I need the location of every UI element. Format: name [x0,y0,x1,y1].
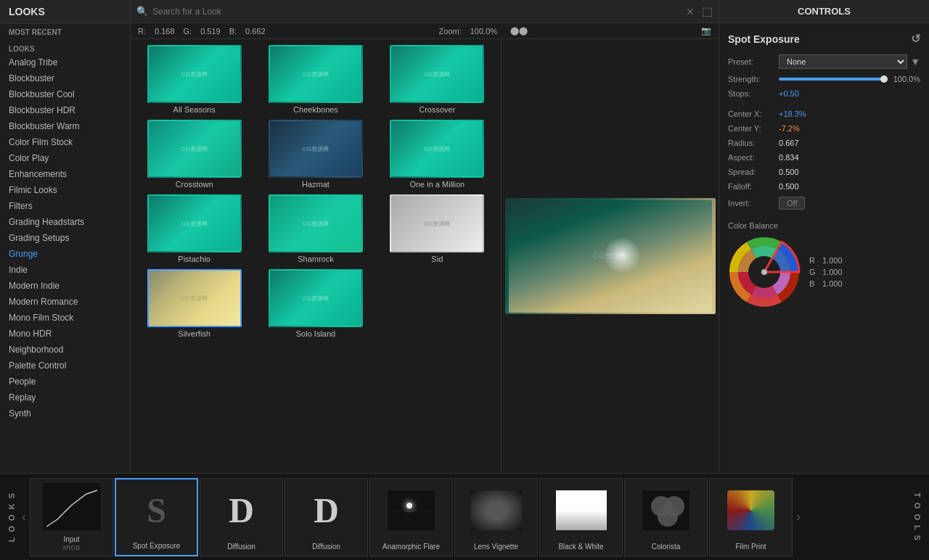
thumb-sid[interactable]: CG资源网 Sid [380,194,495,263]
thumb-crossover[interactable]: CG资源网 Crossover [380,45,495,114]
search-clear-icon[interactable]: ✕ [686,6,695,17]
ctrl-strength-label: Strength: [728,75,779,83]
center-panel: 🔍 ✕ ⬚ R: 0.168 G: 0.519 B: 0.662 Zoom: 1… [131,0,719,473]
search-bar: 🔍 ✕ ⬚ [131,0,719,23]
thumbnails-area: CG资源网 All Seasons CG资源网 Cheekbones CG资源网… [131,39,719,473]
bottom-item-label: Film Print [735,543,766,551]
sidebar-item-blockbuster-warm[interactable]: Blockbuster Warm [0,118,130,134]
ctrl-strength-value: 100.0% [893,75,920,83]
sidebar: LOOKS MOST RECENT LOOKS Analog Tribe Blo… [0,0,131,473]
g-label: G: [184,27,192,36]
thumb-label: Silverfish [178,329,210,338]
thumb-label: Shamrock [298,255,334,263]
bottom-item-diffusion1[interactable]: D Diffusion [200,478,283,556]
bottom-next-arrow[interactable]: › [793,509,803,524]
sidebar-item-people[interactable]: People [0,374,130,390]
search-export-icon[interactable]: ⬚ [702,4,713,18]
thumb-shamrock[interactable]: CG资源网 Shamrock [258,194,373,263]
sidebar-item-blockbuster-cool[interactable]: Blockbuster Cool [0,86,130,102]
sidebar-item-modern-indie[interactable]: Modern Indie [0,278,130,294]
bottom-item-lens-vignette[interactable]: Lens Vignette [454,478,538,556]
ctrl-preset-select[interactable]: None [779,54,907,69]
flare-line [390,511,433,511]
search-input[interactable] [152,7,682,17]
bottom-bar: L O O K S ‹ Input sRGB S Spot Exposure D… [0,473,929,560]
sidebar-item-grading-setups[interactable]: Grading Setups [0,230,130,246]
thumb-one-in-a-million[interactable]: CG资源网 One in a Million [380,120,495,189]
sidebar-item-modern-romance[interactable]: Modern Romance [0,294,130,310]
bottom-item-anamorphic-flare[interactable]: Anamorphic Flare [369,478,453,556]
sidebar-item-blockbuster[interactable]: Blockbuster [0,70,130,86]
thumb-silverfish[interactable]: CG资源网 Silverfish [136,269,252,338]
ctrl-strength-slider[interactable] [779,76,888,82]
colorista-svg [642,490,689,530]
reset-icon[interactable]: ↺ [911,32,920,46]
thumb-all-seasons[interactable]: CG资源网 All Seasons [136,45,252,114]
sidebar-section-recent: MOST RECENT [0,24,130,38]
bottom-item-input[interactable]: Input sRGB [30,478,113,556]
sidebar-item-neighborhood[interactable]: Neighborhood [0,342,130,358]
sidebar-item-filmic-looks[interactable]: Filmic Looks [0,182,130,198]
sidebar-item-palette-control[interactable]: Palette Control [0,358,130,374]
sidebar-item-mono-hdr[interactable]: Mono HDR [0,326,130,342]
ctrl-stops-row: Stops: +0.50 [728,89,920,98]
ctrl-invert-row: Invert: Off [728,197,920,210]
bottom-prev-arrow[interactable]: ‹ [19,509,29,524]
thumb-label: Pistachio [178,255,210,263]
sidebar-item-synth[interactable]: Synth [0,405,130,421]
preview-area: CG资源网 [501,39,719,473]
bottom-item-colorista[interactable]: Colorista [624,478,708,556]
thumb-watermark: CG资源网 [303,220,329,228]
thumb-label: Crosstown [176,180,213,189]
sidebar-item-filters[interactable]: Filters [0,198,130,214]
thumb-solo-island[interactable]: CG资源网 Solo Island [258,269,373,338]
thumb-label: Crossover [419,105,455,114]
ctrl-falloff-value: 0.500 [779,182,799,191]
sidebar-item-grunge[interactable]: Grunge [0,246,130,262]
bottom-tools-label: T O O L S [910,493,925,542]
sidebar-item-replay[interactable]: Replay [0,390,130,405]
sidebar-item-indie[interactable]: Indie [0,262,130,278]
thumb-hazmat[interactable]: CG资源网 Hazmat [258,120,373,189]
diffusion2-thumb: D [285,479,367,543]
color-b-label: B [809,279,818,288]
thumb-watermark: CG资源网 [303,145,329,153]
thumb-pistachio[interactable]: CG资源网 Pistachio [136,194,252,263]
camera-icon[interactable]: 📷 [701,26,711,36]
sidebar-item-enhancements[interactable]: Enhancements [0,166,130,182]
svg-point-3 [761,269,767,275]
thumb-cheekbones[interactable]: CG资源网 Cheekbones [258,45,373,114]
sidebar-item-color-film-stock[interactable]: Color Film Stock [0,134,130,150]
ctrl-aspect-value: 0.834 [779,153,799,162]
color-wheel[interactable] [728,236,801,308]
flare-dot [406,503,412,508]
preview-image: CG资源网 [505,198,716,314]
thumb-watermark: CG资源网 [424,220,450,228]
ctrl-centery-value: -7.2% [779,124,800,133]
sidebar-item-blockbuster-hdr[interactable]: Blockbuster HDR [0,102,130,118]
ctrl-invert-toggle[interactable]: Off [779,197,805,210]
b-label: B: [229,27,237,36]
sidebar-item-color-play[interactable]: Color Play [0,150,130,166]
ctrl-aspect-label: Aspect: [728,153,779,162]
bottom-item-diffusion2[interactable]: D Diffusion [285,478,368,556]
bottom-item-black-white[interactable]: Black & White [539,478,623,556]
ctrl-centerx-label: Center X: [728,110,779,118]
bottom-item-film-print[interactable]: Film Print [709,478,793,556]
controls-panel: CONTROLS Spot Exposure ↺ Preset: None ▼ … [719,0,929,473]
filmprint-box [727,490,774,530]
thumb-crosstown[interactable]: CG资源网 Crosstown [136,120,252,189]
flare-bg [388,490,435,530]
ctrl-stops-value: +0.50 [779,89,799,98]
ctrl-falloff-label: Falloff: [728,182,779,191]
spot-s-letter: S [147,490,166,530]
thumb-watermark: CG资源网 [181,145,208,153]
bottom-item-spot-exposure[interactable]: S Spot Exposure [115,478,198,556]
thumb-watermark: CG资源网 [424,70,450,78]
search-icon: 🔍 [136,6,148,17]
svg-point-8 [658,506,678,527]
sidebar-item-mono-film-stock[interactable]: Mono Film Stock [0,310,130,326]
sidebar-item-grading-headstarts[interactable]: Grading Headstarts [0,214,130,230]
sidebar-item-analog-tribe[interactable]: Analog Tribe [0,54,130,70]
zoom-value: 100.0% [470,27,497,36]
